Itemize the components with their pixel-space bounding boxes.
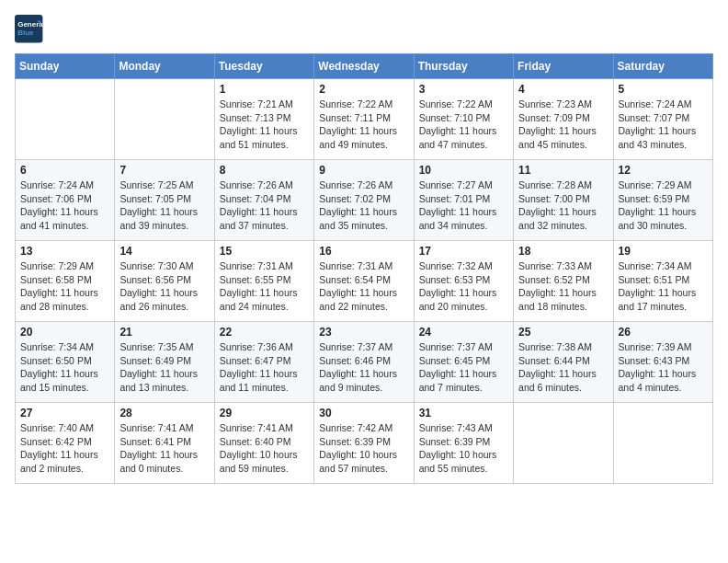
day-number: 2 [319, 83, 408, 96]
calendar-cell: 24Sunrise: 7:37 AMSunset: 6:45 PMDayligh… [414, 322, 513, 403]
calendar-cell: 3Sunrise: 7:22 AMSunset: 7:10 PMDaylight… [414, 79, 513, 160]
day-number: 22 [220, 326, 309, 339]
day-number: 27 [20, 407, 109, 419]
calendar-cell: 15Sunrise: 7:31 AMSunset: 6:55 PMDayligh… [214, 241, 313, 322]
day-number: 12 [619, 164, 708, 177]
day-number: 25 [518, 326, 608, 339]
calendar-cell: 29Sunrise: 7:41 AMSunset: 6:40 PMDayligh… [214, 403, 313, 484]
calendar-cell: 25Sunrise: 7:38 AMSunset: 6:44 PMDayligh… [514, 322, 613, 403]
day-number: 11 [518, 164, 608, 177]
calendar-cell [115, 79, 214, 160]
day-info: Sunrise: 7:21 AMSunset: 7:13 PMDaylight:… [220, 98, 309, 152]
day-number: 29 [220, 407, 309, 419]
day-info: Sunrise: 7:37 AMSunset: 6:45 PMDaylight:… [419, 340, 508, 395]
day-info: Sunrise: 7:27 AMSunset: 7:01 PMDaylight:… [419, 178, 508, 233]
day-number: 18 [518, 245, 608, 258]
calendar-cell: 28Sunrise: 7:41 AMSunset: 6:41 PMDayligh… [115, 403, 214, 484]
day-info: Sunrise: 7:32 AMSunset: 6:53 PMDaylight:… [419, 259, 508, 314]
calendar-cell: 11Sunrise: 7:28 AMSunset: 7:00 PMDayligh… [514, 160, 613, 241]
day-info: Sunrise: 7:28 AMSunset: 7:00 PMDaylight:… [518, 178, 608, 233]
day-number: 24 [419, 326, 508, 339]
calendar-cell: 19Sunrise: 7:34 AMSunset: 6:51 PMDayligh… [613, 241, 712, 322]
calendar-cell: 8Sunrise: 7:26 AMSunset: 7:04 PMDaylight… [214, 160, 313, 241]
calendar-cell [514, 403, 613, 484]
weekday-header-monday: Monday [115, 54, 214, 79]
weekday-header-friday: Friday [514, 54, 613, 79]
calendar-cell: 26Sunrise: 7:39 AMSunset: 6:43 PMDayligh… [613, 322, 712, 403]
day-info: Sunrise: 7:43 AMSunset: 6:39 PMDaylight:… [419, 421, 508, 476]
calendar-cell: 4Sunrise: 7:23 AMSunset: 7:09 PMDaylight… [514, 79, 613, 160]
day-info: Sunrise: 7:22 AMSunset: 7:11 PMDaylight:… [319, 98, 408, 152]
day-number: 5 [619, 83, 708, 96]
day-info: Sunrise: 7:26 AMSunset: 7:02 PMDaylight:… [319, 178, 408, 233]
day-info: Sunrise: 7:22 AMSunset: 7:10 PMDaylight:… [419, 98, 508, 152]
day-number: 9 [319, 164, 408, 177]
weekday-header-thursday: Thursday [414, 54, 513, 79]
calendar-cell: 21Sunrise: 7:35 AMSunset: 6:49 PMDayligh… [115, 322, 214, 403]
day-number: 1 [220, 83, 309, 96]
day-number: 13 [20, 245, 109, 258]
calendar-week-1: 1Sunrise: 7:21 AMSunset: 7:13 PMDaylight… [16, 79, 713, 160]
calendar-cell: 18Sunrise: 7:33 AMSunset: 6:52 PMDayligh… [514, 241, 613, 322]
calendar-table: SundayMondayTuesdayWednesdayThursdayFrid… [15, 53, 713, 484]
day-number: 28 [119, 407, 209, 419]
weekday-header-saturday: Saturday [613, 54, 712, 79]
day-info: Sunrise: 7:26 AMSunset: 7:04 PMDaylight:… [220, 178, 309, 233]
calendar-cell: 13Sunrise: 7:29 AMSunset: 6:58 PMDayligh… [16, 241, 115, 322]
svg-text:Blue: Blue [17, 29, 34, 37]
weekday-header-tuesday: Tuesday [214, 54, 313, 79]
day-number: 16 [319, 245, 408, 258]
day-number: 8 [220, 164, 309, 177]
calendar-cell: 22Sunrise: 7:36 AMSunset: 6:47 PMDayligh… [214, 322, 313, 403]
day-number: 26 [619, 326, 708, 339]
day-number: 3 [419, 83, 508, 96]
day-info: Sunrise: 7:42 AMSunset: 6:39 PMDaylight:… [319, 421, 408, 476]
calendar-cell: 7Sunrise: 7:25 AMSunset: 7:05 PMDaylight… [115, 160, 214, 241]
day-info: Sunrise: 7:30 AMSunset: 6:56 PMDaylight:… [119, 259, 209, 314]
logo-icon: General Blue [15, 15, 44, 44]
day-number: 20 [20, 326, 109, 339]
calendar-cell: 20Sunrise: 7:34 AMSunset: 6:50 PMDayligh… [16, 322, 115, 403]
day-info: Sunrise: 7:37 AMSunset: 6:46 PMDaylight:… [319, 340, 408, 395]
day-info: Sunrise: 7:41 AMSunset: 6:41 PMDaylight:… [119, 421, 209, 476]
calendar-cell: 5Sunrise: 7:24 AMSunset: 7:07 PMDaylight… [613, 79, 712, 160]
day-number: 15 [220, 245, 309, 258]
day-number: 23 [319, 326, 408, 339]
day-info: Sunrise: 7:31 AMSunset: 6:54 PMDaylight:… [319, 259, 408, 314]
page-header: General Blue [15, 15, 713, 44]
day-info: Sunrise: 7:39 AMSunset: 6:43 PMDaylight:… [619, 340, 708, 395]
day-number: 17 [419, 245, 508, 258]
day-info: Sunrise: 7:24 AMSunset: 7:06 PMDaylight:… [20, 178, 109, 233]
logo: General Blue [15, 15, 44, 44]
calendar-cell [613, 403, 712, 484]
calendar-week-3: 13Sunrise: 7:29 AMSunset: 6:58 PMDayligh… [16, 241, 713, 322]
calendar-cell: 1Sunrise: 7:21 AMSunset: 7:13 PMDaylight… [214, 79, 313, 160]
day-number: 14 [119, 245, 209, 258]
day-info: Sunrise: 7:38 AMSunset: 6:44 PMDaylight:… [518, 340, 608, 395]
day-number: 7 [119, 164, 209, 177]
calendar-cell: 14Sunrise: 7:30 AMSunset: 6:56 PMDayligh… [115, 241, 214, 322]
calendar-cell: 27Sunrise: 7:40 AMSunset: 6:42 PMDayligh… [16, 403, 115, 484]
day-info: Sunrise: 7:24 AMSunset: 7:07 PMDaylight:… [619, 98, 708, 152]
day-info: Sunrise: 7:31 AMSunset: 6:55 PMDaylight:… [220, 259, 309, 314]
calendar-cell: 23Sunrise: 7:37 AMSunset: 6:46 PMDayligh… [314, 322, 414, 403]
day-info: Sunrise: 7:29 AMSunset: 6:58 PMDaylight:… [20, 259, 109, 314]
calendar-week-2: 6Sunrise: 7:24 AMSunset: 7:06 PMDaylight… [16, 160, 713, 241]
day-info: Sunrise: 7:41 AMSunset: 6:40 PMDaylight:… [220, 421, 309, 476]
day-info: Sunrise: 7:23 AMSunset: 7:09 PMDaylight:… [518, 98, 608, 152]
day-number: 4 [518, 83, 608, 96]
day-info: Sunrise: 7:40 AMSunset: 6:42 PMDaylight:… [20, 421, 109, 476]
calendar-cell: 30Sunrise: 7:42 AMSunset: 6:39 PMDayligh… [314, 403, 414, 484]
day-number: 19 [619, 245, 708, 258]
calendar-cell: 17Sunrise: 7:32 AMSunset: 6:53 PMDayligh… [414, 241, 513, 322]
calendar-cell: 31Sunrise: 7:43 AMSunset: 6:39 PMDayligh… [414, 403, 513, 484]
day-info: Sunrise: 7:34 AMSunset: 6:50 PMDaylight:… [20, 340, 109, 395]
calendar-cell [16, 79, 115, 160]
day-info: Sunrise: 7:35 AMSunset: 6:49 PMDaylight:… [119, 340, 209, 395]
day-info: Sunrise: 7:34 AMSunset: 6:51 PMDaylight:… [619, 259, 708, 314]
calendar-cell: 16Sunrise: 7:31 AMSunset: 6:54 PMDayligh… [314, 241, 414, 322]
calendar-cell: 10Sunrise: 7:27 AMSunset: 7:01 PMDayligh… [414, 160, 513, 241]
day-info: Sunrise: 7:36 AMSunset: 6:47 PMDaylight:… [220, 340, 309, 395]
day-number: 6 [20, 164, 109, 177]
day-number: 21 [119, 326, 209, 339]
